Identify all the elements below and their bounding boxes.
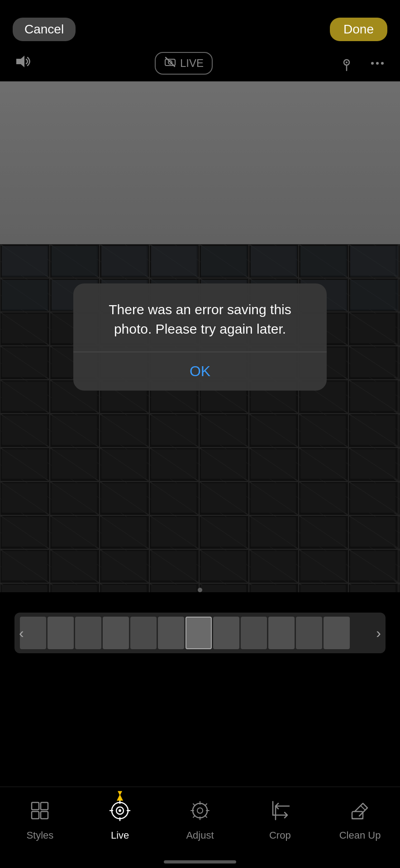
svg-point-6 xyxy=(371,62,374,65)
svg-rect-144 xyxy=(32,802,39,810)
filmstrip[interactable]: ‹ › xyxy=(14,613,386,653)
filmstrip-arrow-right: › xyxy=(376,625,381,642)
svg-line-165 xyxy=(193,816,195,817)
svg-line-162 xyxy=(193,804,195,806)
filmstrip-cell xyxy=(296,617,322,649)
tool-live[interactable]: Live xyxy=(86,796,154,841)
filmstrip-cell xyxy=(75,617,101,649)
filmstrip-cell xyxy=(103,617,129,649)
home-indicator xyxy=(164,860,236,863)
top-bar: Cancel Done xyxy=(0,0,400,50)
crop-icon xyxy=(266,796,295,825)
tool-adjust[interactable]: Adjust xyxy=(166,796,234,841)
dialog-message: There was an error saving this photo. Pl… xyxy=(90,300,310,339)
filmstrip-inner xyxy=(14,617,355,649)
live-off-icon xyxy=(164,56,176,71)
photo-area: There was an error saving this photo. Pl… xyxy=(0,81,400,592)
svg-rect-166 xyxy=(352,811,363,819)
filmstrip-cell xyxy=(241,617,267,649)
svg-point-151 xyxy=(119,809,121,812)
filmstrip-cell xyxy=(186,617,212,649)
filmstrip-cell xyxy=(158,617,184,649)
live-label: LIVE xyxy=(180,57,204,70)
done-button[interactable]: Done xyxy=(330,18,387,41)
filmstrip-cell xyxy=(20,617,46,649)
filmstrip-cell xyxy=(268,617,295,649)
svg-line-164 xyxy=(205,804,207,806)
filmstrip-container: ‹ › xyxy=(0,606,400,660)
location-icon[interactable] xyxy=(337,53,357,73)
filmstrip-cell xyxy=(213,617,239,649)
svg-line-163 xyxy=(205,816,207,817)
bottom-toolbar: Styles Live xyxy=(0,787,400,868)
svg-point-157 xyxy=(197,808,203,813)
tool-crop[interactable]: Crop xyxy=(246,796,314,841)
adjust-label: Adjust xyxy=(186,830,214,841)
svg-rect-146 xyxy=(32,811,39,819)
svg-rect-147 xyxy=(41,811,48,819)
error-dialog: There was an error saving this photo. Pl… xyxy=(73,283,327,391)
svg-point-8 xyxy=(381,62,384,65)
filmstrip-cell xyxy=(48,617,74,649)
cleanup-label: Clean Up xyxy=(339,830,381,841)
volume-icon[interactable] xyxy=(13,52,31,75)
toolbar-right-icons xyxy=(337,53,387,73)
filmstrip-cell xyxy=(324,617,350,649)
tool-styles[interactable]: Styles xyxy=(6,796,74,841)
toolbar-row: LIVE xyxy=(0,45,400,81)
styles-label: Styles xyxy=(26,830,53,841)
svg-point-5 xyxy=(346,61,348,63)
svg-rect-145 xyxy=(41,802,48,810)
live-label-bottom: Live xyxy=(111,830,129,841)
cleanup-icon xyxy=(346,796,375,825)
svg-point-7 xyxy=(376,62,379,65)
more-icon[interactable] xyxy=(367,53,387,73)
dialog-ok-button[interactable]: OK xyxy=(73,352,327,391)
filmstrip-arrow-left: ‹ xyxy=(19,625,24,642)
svg-line-168 xyxy=(361,806,365,810)
filmstrip-cell xyxy=(130,617,157,649)
tool-cleanup[interactable]: Clean Up xyxy=(326,796,394,841)
adjust-icon xyxy=(186,796,214,825)
svg-marker-0 xyxy=(16,56,24,67)
crop-label: Crop xyxy=(269,830,291,841)
dialog-overlay: There was an error saving this photo. Pl… xyxy=(0,81,400,592)
cancel-button[interactable]: Cancel xyxy=(13,18,76,41)
styles-icon xyxy=(25,796,54,825)
live-badge[interactable]: LIVE xyxy=(155,52,213,75)
dialog-body: There was an error saving this photo. Pl… xyxy=(73,283,327,352)
